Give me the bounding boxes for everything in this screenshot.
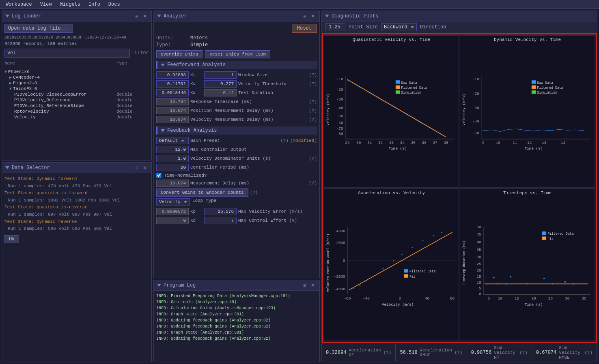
kd-row: 0 Kd Max Control Effort (V) <box>156 217 317 224</box>
pos-delay-row: 10.074 Position Measurement Delay (ms) (… <box>156 107 317 114</box>
response-ts-row: 15.764 Response Timescale (ms) (?) <box>156 98 317 105</box>
svg-rect-25 <box>396 80 400 84</box>
analyzer-header: Analyzer ≡ ✕ <box>154 11 319 21</box>
tree-item-talonfx[interactable]: ▼ TalonFX-0 <box>4 86 149 92</box>
svg-point-111 <box>543 278 545 279</box>
diagnostic-title-text: Diagnostic Plots <box>332 13 378 19</box>
gain-preset-dropdown[interactable]: Default <box>156 137 189 144</box>
svg-text:4000: 4000 <box>336 229 345 233</box>
kv-input[interactable] <box>156 80 189 88</box>
ctrl-period-row: Controller Period (ms) <box>156 164 317 171</box>
svg-text:-30: -30 <box>472 106 479 110</box>
svg-text:-20: -20 <box>472 92 479 96</box>
ks-input[interactable] <box>156 71 189 79</box>
log-loader-title-text: Log Loader <box>12 13 41 19</box>
analyzer-menu-btn[interactable]: ≡ <box>302 13 307 19</box>
reset-units-btn[interactable]: Reset Units from JSON <box>205 50 270 58</box>
tree-item-pigeon2[interactable]: ▶ Pigeon2-0 <box>4 80 149 86</box>
ctrl-period-label: Controller Period (ms) <box>190 165 317 170</box>
tree-item-cancoder[interactable]: ▶ CANcoder-4 <box>4 75 149 80</box>
vel-denom-input[interactable] <box>156 155 189 162</box>
max-output-input[interactable] <box>156 146 189 153</box>
direction-dropdown[interactable]: Backward <box>381 23 417 31</box>
log-entry: INFO: Graph state (Analyzer.cpp:301) <box>156 330 317 336</box>
svg-text:37: 37 <box>433 141 437 145</box>
menu-widgets[interactable]: Widgets <box>56 1 84 8</box>
log-entry: INFO: Calculating Gains (AnalysisManager… <box>156 305 317 311</box>
tree-header: Name Type <box>4 61 149 67</box>
plot-timesteps-svg: 50 45 40 35 30 25 20 15 10 5 0 <box>460 196 595 338</box>
loop-type-dropdown[interactable]: Velocity <box>156 198 190 206</box>
encoder-row: Convert Gains to Encoder Counts (?) <box>156 188 317 197</box>
reset-button[interactable]: Reset <box>292 24 317 33</box>
svg-text:Filtered Data: Filtered Data <box>537 86 563 90</box>
encoder-btn[interactable]: Convert Gains to Encoder Counts <box>156 188 248 197</box>
override-units-btn[interactable]: Override Units <box>156 50 203 58</box>
vel-thresh-label: Velocity Threshold <box>238 81 307 86</box>
stat-sim-vel-rmse-label: Sim velocity RMSE <box>559 345 582 360</box>
filter-input[interactable] <box>4 49 130 58</box>
tree-type-pidvel-slope: double <box>116 103 149 108</box>
data-selector-close-btn[interactable]: ✕ <box>142 165 148 171</box>
svg-text:38: 38 <box>444 141 448 145</box>
svg-text:80: 80 <box>450 296 455 301</box>
svg-text:Velocity (m/s): Velocity (m/s) <box>326 94 330 126</box>
time-norm-checkbox[interactable] <box>156 173 162 178</box>
direction-arrow-icon <box>411 26 414 28</box>
stat-accel-r2-label: Acceleration R² <box>349 348 381 358</box>
svg-point-76 <box>412 247 413 248</box>
log-loader-menu-btn[interactable]: ≡ <box>134 13 139 19</box>
menu-view[interactable]: View <box>36 1 56 8</box>
type-val: Simple <box>190 42 208 48</box>
encoder-help: (?) <box>250 190 258 195</box>
menu-workspace[interactable]: Workspace <box>2 1 36 8</box>
ok-button[interactable]: Ok <box>4 235 19 243</box>
svg-text:Time (s): Time (s) <box>525 146 543 151</box>
tree-arrow-talonfx: ▼ <box>9 87 12 91</box>
tree-name-rotorvel: RotorVelocity <box>14 109 116 114</box>
svg-text:Fit: Fit <box>547 237 554 241</box>
tree-item-pidvel-error[interactable]: PIDVelocity_ClosedLoopError double <box>4 92 149 97</box>
log-loader-title: Log Loader <box>5 13 41 19</box>
ctrl-period-input[interactable] <box>156 164 189 171</box>
program-log-menu-btn[interactable]: ≡ <box>302 283 307 288</box>
svg-text:Velocity (m/s): Velocity (m/s) <box>462 94 466 126</box>
program-log-title-text: Program Log <box>164 283 196 288</box>
svg-point-113 <box>498 283 499 285</box>
vel-thresh-input[interactable] <box>204 80 237 88</box>
program-log-content: INFO: Finished Preparing Data (AnalysisM… <box>154 291 319 362</box>
point-size-input[interactable] <box>325 23 345 31</box>
ka-input[interactable] <box>156 89 189 96</box>
program-log-tri-icon <box>157 284 161 287</box>
max-ctrl-effort-input[interactable] <box>204 217 237 224</box>
kp-val: 0.0090572 <box>156 208 189 215</box>
plot-accel-vel-svg: 4000 2000 0 -2000 -4000 -80 -40 0 40 80 … <box>324 196 459 338</box>
svg-text:11: 11 <box>513 141 517 145</box>
log-loader-close-btn[interactable]: ✕ <box>142 13 148 19</box>
menu-docs[interactable]: Docs <box>104 1 124 8</box>
svg-text:30: 30 <box>356 141 361 145</box>
open-file-button[interactable]: Open data log file... <box>4 24 73 33</box>
data-selector-menu-btn[interactable]: ≡ <box>134 165 139 171</box>
stats-bar: 0.32894 Acceleration R² (?) 56.518 Accel… <box>322 343 597 362</box>
tree-item-phoenix6[interactable]: ▼ Phoenix6 <box>4 69 149 75</box>
max-vel-err-input[interactable] <box>204 208 237 215</box>
max-output-row: Max Controller Output <box>156 146 317 153</box>
max-output-label: Max Controller Output <box>190 147 317 152</box>
tree-item-pidvel-ref[interactable]: PIDVelocity_Reference double <box>4 97 149 103</box>
menu-info[interactable]: Info <box>84 1 104 8</box>
program-log-close-btn[interactable]: ✕ <box>310 283 316 288</box>
tree-item-rotorvel[interactable]: RotorVelocity double <box>4 109 149 114</box>
tree-item-velocity[interactable]: Velocity double <box>4 114 149 120</box>
analyzer-close-btn[interactable]: ✕ <box>310 13 316 19</box>
diagnostic-content: Point Size Backward Direction Quasistati… <box>322 21 597 362</box>
stat-accel-rmse: 56.518 Acceleration RMSE (?) <box>396 345 467 361</box>
window-size-input[interactable] <box>204 71 237 79</box>
svg-text:Velocity-Portion Accel (m/s²): Velocity-Portion Accel (m/s²) <box>326 234 330 292</box>
svg-text:35: 35 <box>582 296 586 301</box>
pos-delay-label: Position Measurement Delay (ms) <box>190 108 307 113</box>
svg-text:50: 50 <box>477 225 481 229</box>
tree-name-talonfx: TalonFX-0 <box>13 86 116 91</box>
tree-item-pidvel-slope[interactable]: PIDVelocity_ReferenceSlope double <box>4 103 149 109</box>
middle-column: Analyzer ≡ ✕ Reset Units: Meters Type: S… <box>153 11 320 362</box>
